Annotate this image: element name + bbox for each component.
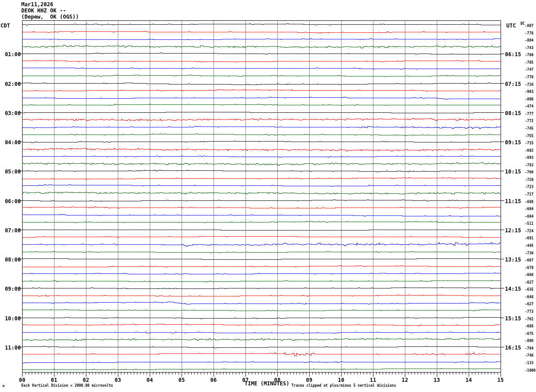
utc-hour-label: 08:15 [505,111,521,116]
dc-value: -627 [525,303,533,306]
cdt-hour-label: 01:00 [0,52,21,57]
dc-value: -743 [525,46,533,50]
x-tick-label: 13 [429,377,445,383]
dc-value: -474 [525,105,533,108]
utc-hour-label: 16:15 [505,345,521,350]
dc-value: -668 [525,273,533,277]
dc-value: -780 [525,54,533,57]
utc-hour-label: 07:15 [505,81,521,87]
dc-value: -635 [525,288,533,292]
x-tick-label: 15 [493,377,509,383]
dc-value: -896 [525,339,533,343]
dc-value: -747 [525,68,533,72]
x-tick-label: 09 [301,377,317,383]
dc-value: -723 [525,185,533,189]
corner-mark: M [3,385,4,388]
dc-value: -717 [525,193,533,196]
x-tick-label: 05 [174,377,190,383]
cdt-hour-label: 03:00 [0,111,21,116]
cdt-hour-label: 06:00 [0,199,21,204]
helicorder-screen: Mar11,2026 DEOK HHZ OK -- (Depew, OK (OG… [0,0,536,392]
utc-hour-label: 14:15 [505,286,521,292]
dc-value: -762 [525,318,533,321]
dc-value: -688 [525,325,533,328]
cdt-hour-label: 11:00 [0,345,21,350]
helicorder-plot [0,0,536,392]
x-tick-label: 01 [46,377,62,383]
dc-value: -692 [525,149,533,153]
dc-value: -776 [525,76,533,79]
utc-hour-label: 13:15 [505,257,521,262]
dc-value: -804 [525,39,533,42]
cdt-hour-label: 10:00 [0,316,21,321]
cdt-hour-label: 05:00 [0,169,21,174]
cdt-hour-label: 09:00 [0,286,21,292]
dc-value: -724 [525,230,533,233]
dc-value: -720 [525,178,533,182]
x-tick-label: 11 [365,377,381,383]
cdt-hour-label: 08:00 [0,257,21,262]
left-axis-header-cdt: CDT [0,23,10,28]
utc-hour-label: 06:15 [505,52,521,57]
dc-value: -807 [525,24,533,28]
x-tick-label: 06 [206,377,221,383]
dc-value: -667 [525,259,533,262]
dc-value: -785 [525,61,533,65]
dc-value: -746 [525,354,533,357]
dc-value: -777 [525,112,533,116]
cdt-hour-label: 04:00 [0,140,21,145]
dc-value: -893 [525,156,533,160]
dc-value: -675 [525,332,533,336]
dc-value: -648 [525,296,533,299]
dc-value: -688 [525,200,533,204]
right-axis-header-utc: UTC [506,23,516,28]
dc-value: -772 [525,119,533,123]
plot-station-id: DEOK HHZ OK -- [21,8,66,13]
clipping-note: Traces clipped at plus/minus 5 vertical … [291,384,396,388]
dc-value: -778 [525,32,533,35]
dc-value: -773 [525,310,533,314]
dc-value: -745 [525,127,533,131]
x-tick-label: 02 [78,377,94,383]
vertical-scale-note: Each Vertical Division = 2000.00 microvo… [21,384,113,388]
x-tick-label: 10 [333,377,349,383]
dc-value: -691 [525,237,533,240]
dc-value: -684 [525,215,533,219]
dc-value: -903 [525,90,533,94]
utc-hour-label: 12:15 [505,228,521,233]
plot-date: Mar11,2026 [21,2,53,7]
dc-value: -736 [525,252,533,255]
dc-value: -679 [525,266,533,270]
x-tick-label: 04 [142,377,158,383]
dc-value: -755 [525,135,533,138]
utc-hour-label: 10:15 [505,169,521,174]
dc-column-header: DC [520,22,525,26]
plot-station-location: (Depew, OK (OGS)) [21,14,79,19]
dc-value: -1006 [525,369,536,373]
dc-value: -715 [525,142,533,145]
x-axis-title: TIME (MINUTES) [245,381,289,386]
dc-value: -784 [525,347,533,350]
dc-value: -726 [525,83,533,87]
utc-hour-label: 09:15 [505,140,521,145]
x-tick-label: 03 [110,377,126,383]
dc-value: -511 [525,222,533,226]
utc-hour-label: 11:15 [505,199,521,204]
x-tick-label: 14 [461,377,477,383]
dc-value: -800 [525,98,533,101]
utc-hour-label: 15:15 [505,316,521,321]
x-tick-label: 12 [397,377,413,383]
cdt-hour-label: 07:00 [0,228,21,233]
dc-value: -694 [525,208,533,211]
dc-value: -627 [525,281,533,284]
dc-value: -766 [525,171,533,174]
dc-value: -445 [525,244,533,248]
x-tick-label: 00 [14,377,30,383]
dc-value: -133 [525,361,533,365]
cdt-hour-label: 02:00 [0,81,21,87]
dc-value: -783 [525,164,533,167]
